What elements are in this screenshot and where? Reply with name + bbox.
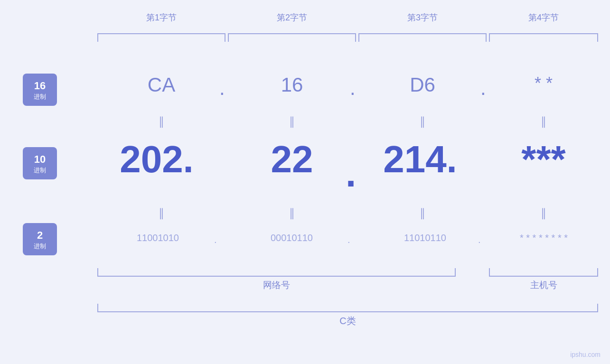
col3-header: 第3字节 — [358, 12, 487, 23]
bin-val-2: 00010110 — [222, 233, 362, 243]
bin-dot-1: . — [214, 234, 217, 245]
classc-bracket — [97, 304, 598, 312]
col4-header: 第4字节 — [489, 12, 598, 23]
dec-val-3: 214. — [351, 138, 489, 181]
hex-val-2: 16 — [228, 74, 356, 96]
top-bracket-2 — [228, 33, 356, 42]
hex-dot-3: . — [480, 77, 486, 100]
eq-sign2-4: ∥ — [489, 206, 598, 220]
page-wrapper: 第1字节 第2字节 第3字节 第4字节 16 进制 10 进制 2 进制 CA … — [0, 0, 610, 364]
badge-hex: 16 进制 — [23, 74, 57, 106]
eq-sign-2: ∥ — [228, 115, 356, 128]
watermark: ipshu.com — [570, 351, 601, 358]
network-bracket — [97, 268, 456, 277]
eq-sign2-1: ∥ — [97, 206, 225, 220]
hex-val-1: CA — [97, 74, 225, 96]
bin-val-4: * * * * * * * * — [486, 233, 602, 243]
bin-dot-2: . — [347, 234, 350, 245]
hex-val-3: D6 — [358, 74, 487, 96]
dec-val-1: 202. — [83, 138, 230, 181]
dec-val-4: *** — [489, 138, 598, 181]
dec-val-2: 22 — [228, 138, 356, 181]
badge-bin: 2 进制 — [23, 223, 57, 255]
bin-val-3: 11010110 — [355, 233, 495, 243]
col2-header: 第2字节 — [228, 12, 356, 23]
hex-val-4: * * — [489, 74, 598, 93]
classc-label: C类 — [97, 315, 598, 327]
top-bracket-1 — [97, 33, 225, 42]
eq-sign-4: ∥ — [489, 115, 598, 128]
eq-sign-3: ∥ — [358, 115, 487, 128]
host-bracket — [489, 268, 598, 277]
top-bracket-3 — [358, 33, 487, 42]
col1-header: 第1字节 — [97, 12, 225, 23]
hex-dot-2: . — [350, 77, 356, 100]
host-label: 主机号 — [489, 279, 598, 291]
eq-sign2-3: ∥ — [358, 206, 487, 220]
eq-sign2-2: ∥ — [228, 206, 356, 220]
network-label: 网络号 — [97, 279, 456, 291]
bin-val-1: 11001010 — [88, 233, 228, 243]
hex-dot-1: . — [219, 77, 225, 100]
top-bracket-4 — [489, 33, 598, 42]
badge-dec: 10 进制 — [23, 147, 57, 179]
eq-sign-1: ∥ — [97, 115, 225, 128]
bin-dot-3: . — [478, 234, 481, 245]
